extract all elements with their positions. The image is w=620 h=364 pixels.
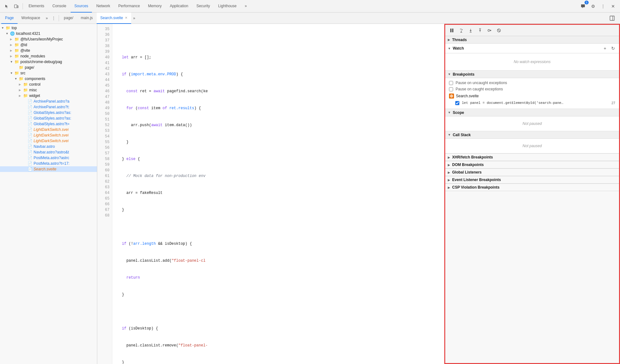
tree-item-lightdark2[interactable]: ▶ 📄 LightDarkSwitch.svel xyxy=(0,132,97,138)
ln-55: 55 xyxy=(97,139,112,145)
pause-uncaught-checkbox[interactable] xyxy=(449,81,453,85)
device-icon[interactable] xyxy=(12,2,21,11)
editor-tab-mainjs[interactable]: main.js xyxy=(77,13,97,24)
tree-item-vite[interactable]: ▶ 📁 @vite xyxy=(0,48,97,53)
pause-uncaught-item: Pause on uncaught exceptions xyxy=(445,78,619,86)
tree-item-globalstyles2[interactable]: ▶ 📄 GlobalStyles.astro?as: xyxy=(0,115,97,121)
pause-caught-checkbox[interactable] xyxy=(449,87,453,91)
tree-item-control[interactable]: ▶ 📁 control xyxy=(0,82,97,87)
call-stack-not-paused: Not paused xyxy=(449,141,615,151)
breakpoints-section-header[interactable]: ▼ Breakpoints xyxy=(445,71,619,78)
tree-item-navbar2[interactable]: ▶ 📄 Navbar.astro?astro&t xyxy=(0,149,97,155)
step-btn[interactable] xyxy=(485,26,494,35)
tree-item-postmeta2[interactable]: ▶ 📄 PostMeta.astro?t=17: xyxy=(0,161,97,166)
tab-lighthouse[interactable]: Lighthouse xyxy=(214,0,240,13)
ln-59: 59 xyxy=(97,162,112,168)
tree-item-widget[interactable]: ▶ 📁 widget xyxy=(0,93,97,99)
step-into-btn[interactable] xyxy=(467,26,475,35)
threads-section-header[interactable]: ▶ Threads xyxy=(445,36,619,44)
code-line-35 xyxy=(117,38,439,43)
tree-item-globalstyles3[interactable]: ▶ 📄 GlobalStyles.astro?t= xyxy=(0,121,97,127)
editor-tabs-more[interactable]: » xyxy=(131,13,137,24)
editor-tab-close[interactable]: ✕ xyxy=(125,16,127,19)
tree-arrow-localhost: ▼ xyxy=(6,32,10,35)
ln-57: 57 xyxy=(97,151,112,156)
tree-item-posts[interactable]: ▼ 📁 posts/chrome-debug/pag xyxy=(0,59,97,65)
code-content[interactable]: 35 36 37 38 39 40 41 42 43 44 45 46 47 4… xyxy=(97,24,444,364)
bp-line-checkbox-27[interactable] xyxy=(455,101,459,105)
tab-elements[interactable]: Elements xyxy=(25,0,48,13)
watch-section-header[interactable]: ▼ Watch + ↻ xyxy=(445,44,619,53)
tab-console[interactable]: Console xyxy=(49,0,70,13)
threads-title: Threads xyxy=(452,38,617,42)
tree-item-src[interactable]: ▼ 📁 src xyxy=(0,70,97,76)
tree-item-localhost[interactable]: ▼ 🌐 localhost:4321 xyxy=(0,31,97,36)
call-stack-title: Call Stack xyxy=(453,133,617,137)
tab-sources[interactable]: Sources xyxy=(71,0,92,13)
ln-51: 51 xyxy=(97,117,112,122)
tree-item-archivepanel2[interactable]: ▶ 📄 ArchivePanel.astro?t: xyxy=(0,104,97,110)
scope-arrow: ▼ xyxy=(448,111,451,114)
cursor-icon[interactable] xyxy=(3,2,11,11)
tree-item-node-modules[interactable]: ▶ 📁 node_modules xyxy=(0,53,97,59)
tree-item-postmeta1[interactable]: ▶ 📄 PostMeta.astro?astrc xyxy=(0,155,97,161)
dom-section-header[interactable]: ▶ DOM Breakpoints xyxy=(445,161,619,169)
subtab-page[interactable]: Page xyxy=(1,13,18,24)
deactivate-breakpoints-btn[interactable] xyxy=(495,26,503,35)
close-icon[interactable]: ✕ xyxy=(609,2,617,11)
tree-item-lightdark3[interactable]: ▶ 📄 LightDarkSwitch.svel xyxy=(0,138,97,144)
tree-item-lightdark1[interactable]: ▶ 📄 LightDarkSwitch.svel xyxy=(0,127,97,132)
global-section-header[interactable]: ▶ Global Listeners xyxy=(445,169,619,176)
subtab-more[interactable]: » xyxy=(44,13,50,24)
chat-icon[interactable]: 5 xyxy=(579,2,587,11)
kebab-menu-icon[interactable]: ⋮ xyxy=(599,2,607,11)
ln-62: 62 xyxy=(97,179,112,185)
event-section-header[interactable]: ▶ Event Listener Breakpoints xyxy=(445,176,619,184)
code-line-43: // Mock data for non-production env xyxy=(117,173,439,179)
event-title: Event Listener Breakpoints xyxy=(452,178,617,182)
bp-file-header-search[interactable]: Search.svelte xyxy=(445,92,619,100)
tab-more[interactable]: » xyxy=(241,0,251,13)
tree-item-archivepanel1[interactable]: ▶ 📄 ArchivePanel.astro?a xyxy=(0,99,97,104)
tab-network[interactable]: Network xyxy=(93,0,114,13)
pause-resume-btn[interactable] xyxy=(448,26,456,35)
tab-performance[interactable]: Performance xyxy=(115,0,144,13)
subtab-menu-button[interactable]: ⋮ xyxy=(50,14,57,22)
tree-item-misc[interactable]: ▶ 📁 misc xyxy=(0,87,97,93)
tab-security[interactable]: Security xyxy=(193,0,214,13)
breakpoints-arrow: ▼ xyxy=(448,72,451,76)
tree-item-fs[interactable]: ▶ 📁 @fs/Users/leon/MyProjec xyxy=(0,36,97,42)
bp-line-text-27: let panel = document.getElementById('sea… xyxy=(462,101,607,105)
tab-memory[interactable]: Memory xyxy=(144,0,165,13)
settings-icon[interactable]: ⚙ xyxy=(589,2,597,11)
xhr-section-header[interactable]: ▶ XHR/fetch Breakpoints xyxy=(445,153,619,161)
watch-refresh-btn[interactable]: ↻ xyxy=(610,45,617,52)
tree-arrow-posts: ▼ xyxy=(10,60,14,63)
right-panel-content: ▶ Threads ▼ Watch + ↻ No watch expressio… xyxy=(445,36,619,363)
code-lines[interactable]: let arr = []; if (import.meta.env.PROD) … xyxy=(112,24,444,364)
call-stack-section-header[interactable]: ▼ Call Stack xyxy=(445,131,619,139)
editor-tab-search-svelte[interactable]: Search.svelte ✕ xyxy=(97,13,131,24)
tree-item-components[interactable]: ▼ 📁 components xyxy=(0,76,97,82)
folder-icon-posts: 📁 xyxy=(14,60,19,64)
tree-item-page[interactable]: ▶ 📁 page/ xyxy=(0,65,97,70)
tree-item-id[interactable]: ▶ 📁 @id xyxy=(0,42,97,48)
tree-item-top[interactable]: ▼ 📁 top xyxy=(0,25,97,31)
file-icon-globalstyles3: 📄 xyxy=(28,122,32,126)
tab-application[interactable]: Application xyxy=(166,0,192,13)
step-out-btn[interactable] xyxy=(476,26,484,35)
csp-section-header[interactable]: ▶ CSP Violation Breakpoints xyxy=(445,184,619,191)
toolbar-separator-1 xyxy=(23,3,23,9)
step-over-btn[interactable] xyxy=(457,26,465,35)
tree-item-search-svelte[interactable]: ▶ 📄 Search.svelte xyxy=(0,166,97,172)
tree-item-globalstyles1[interactable]: ▶ 📄 GlobalStyles.astro?as: xyxy=(0,110,97,115)
editor-path-page[interactable]: page/ xyxy=(60,13,77,24)
tree-item-navbar1[interactable]: ▶ 📄 Navbar.astro xyxy=(0,144,97,149)
watch-add-btn[interactable]: + xyxy=(601,45,608,52)
code-line-52: if (isDesktop) { xyxy=(117,326,439,331)
subtab-workspace[interactable]: Workspace xyxy=(18,13,44,24)
scope-section-header[interactable]: ▼ Scope xyxy=(445,109,619,116)
code-line-49: return xyxy=(117,275,439,281)
ln-50: 50 xyxy=(97,111,112,117)
sidebar-toggle-btn[interactable] xyxy=(608,14,616,22)
